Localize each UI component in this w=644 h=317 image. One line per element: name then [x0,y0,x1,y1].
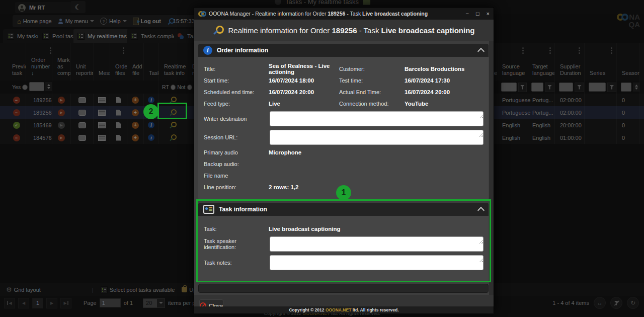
ooona-net-link[interactable]: OOONA.NET [326,307,351,312]
session-url-input[interactable] [270,130,484,145]
annotation-rect-task-section [196,199,491,282]
ooona-app-icon [198,11,205,17]
magnifier-icon [213,25,223,35]
field-value: Barcelos Broductions [405,66,465,72]
field-label: Customer: [339,66,405,72]
field-label: Feed type: [204,101,269,107]
dialog-heading: Realtime information for Order 189256 - … [194,20,494,41]
field-label: Scheduled end time: [204,89,269,95]
field-label: Backup audio: [204,161,269,167]
field-value: 16/07/2024 17:30 [405,77,450,84]
collapse-chevron-icon[interactable] [477,48,485,55]
dialog-window-title: OOONA Manager - Realtime information for… [209,11,428,17]
minimize-button[interactable]: − [465,11,468,17]
field-label: Start time: [204,77,269,84]
field-label: File name [204,173,269,179]
dialog-title-bar[interactable]: OOONA Manager - Realtime information for… [194,8,494,20]
annotation-badge-1: 1 [336,185,351,200]
collapsed-section-bar[interactable] [198,284,489,293]
writer-destination-input[interactable] [270,111,484,126]
field-label: Writer destination [204,116,270,122]
field-value: YouTube [405,101,428,107]
field-value: Sea of Realness - Live actioning [269,63,339,75]
screen: Mr RT ☾ Tasks - My realtime tasks NA QA … [0,0,644,317]
field-label: Connection method: [339,101,405,107]
dialog-copyright: Copyright © 2012 OOONA.NET ltd. All righ… [194,306,494,313]
order-information-header[interactable]: i Order information [198,44,489,57]
field-label: Session URL: [204,134,270,140]
field-value: 2 rows: 1,2 [269,184,339,190]
close-window-button[interactable]: × [487,11,490,17]
field-value: Microphone [269,149,339,155]
order-information-body: Title:Sea of Realness - Live actioningCu… [198,57,489,200]
field-label: Test time: [339,77,405,84]
field-value: 16/07/2024 20:00 [269,89,339,95]
field-value: 16/07/2024 20:00 [405,89,450,95]
field-label: Actual End Time: [339,89,405,95]
field-value: Live [269,101,339,107]
maximize-button[interactable]: □ [476,11,479,17]
field-value: 16/07/2024 18:00 [269,77,339,84]
field-label: Line position: [204,184,269,190]
field-label: Title: [204,66,269,72]
annotation-rect-realtime-icon [157,103,187,119]
info-circle-icon: i [203,46,212,55]
field-label: Primary audio [204,149,269,155]
annotation-badge-2: 2 [143,104,158,119]
dialog-heading-text: Realtime information for Order 189256 - … [228,26,475,35]
